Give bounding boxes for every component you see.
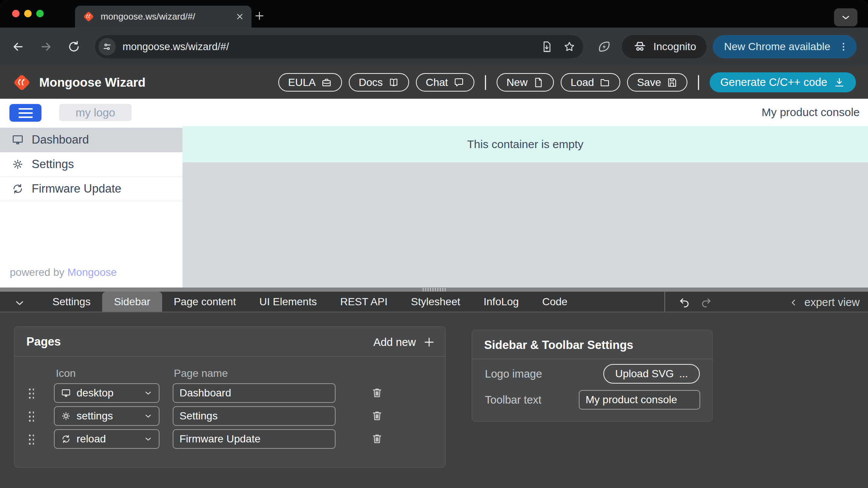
panel-splitter[interactable]: [0, 288, 868, 292]
drag-handle[interactable]: [28, 433, 34, 445]
zoom-window-button[interactable]: [36, 10, 44, 17]
download-icon: [833, 76, 845, 89]
sidebar-item-label: Firmware Update: [32, 182, 121, 196]
browser-tab[interactable]: mongoose.ws/wizard/#/: [75, 6, 252, 28]
forward-button[interactable]: [39, 40, 53, 54]
page-name-input[interactable]: [173, 429, 336, 449]
book-icon: [388, 77, 399, 88]
sidebar-item-firmware-update[interactable]: Firmware Update: [0, 177, 182, 201]
docs-label: Docs: [359, 76, 383, 89]
install-page-icon[interactable]: [540, 40, 553, 53]
chat-button[interactable]: Chat: [416, 73, 474, 92]
header-divider: [698, 75, 699, 90]
site-settings-icon[interactable]: [98, 38, 116, 55]
eula-button[interactable]: EULA: [278, 73, 342, 92]
chrome-update-label: New Chrome available: [724, 41, 830, 53]
sidebar-item-dashboard[interactable]: Dashboard: [0, 128, 182, 152]
chrome-update-button[interactable]: New Chrome available: [713, 35, 857, 58]
redo-button[interactable]: [700, 296, 713, 309]
expert-view-toggle[interactable]: expert view: [789, 296, 860, 309]
tab-stylesheet[interactable]: Stylesheet: [399, 292, 472, 312]
upload-svg-label: Upload SVG: [615, 368, 674, 380]
address-bar[interactable]: mongoose.ws/wizard/#/: [95, 35, 583, 58]
toolbar-text-input[interactable]: [579, 390, 700, 410]
new-label: New: [506, 76, 528, 89]
icon-select-value: desktop: [77, 387, 113, 399]
preview-body: Dashboard Settings Firmware Update power…: [0, 126, 868, 288]
tabbar-divider: [664, 292, 665, 312]
delete-page-button[interactable]: [371, 433, 383, 446]
save-button[interactable]: Save: [627, 73, 687, 92]
upload-svg-button[interactable]: Upload SVG ...: [603, 364, 700, 384]
collapse-panel-icon[interactable]: [14, 297, 26, 309]
card-divider: [14, 356, 445, 356]
page-row-settings: settings: [14, 406, 445, 426]
reload-icon: [11, 182, 24, 195]
load-button[interactable]: Load: [561, 73, 620, 92]
docs-button[interactable]: Docs: [349, 73, 409, 92]
close-window-button[interactable]: [12, 10, 20, 17]
save-label: Save: [637, 76, 661, 89]
powered-by-text: powered by: [10, 266, 64, 278]
new-button[interactable]: New: [497, 73, 554, 92]
icon-select-settings[interactable]: settings: [54, 406, 159, 426]
sidebar-item-settings[interactable]: Settings: [0, 152, 182, 177]
incognito-badge: Incognito: [622, 35, 707, 58]
empty-container[interactable]: This container is empty: [182, 126, 868, 162]
bookmark-star-icon[interactable]: [563, 40, 576, 53]
incognito-icon: [632, 39, 647, 54]
generate-code-button[interactable]: Generate C/C++ code: [710, 72, 856, 92]
drag-handle[interactable]: [28, 387, 34, 399]
new-tab-button[interactable]: [253, 10, 265, 22]
add-new-button[interactable]: Add new: [373, 336, 436, 349]
header-divider: [485, 75, 486, 90]
incognito-label: Incognito: [653, 41, 696, 53]
reload-button[interactable]: [67, 40, 81, 54]
chevron-down-icon: [144, 412, 153, 421]
preview-toolbar-text: My product console: [762, 106, 860, 119]
trash-icon: [371, 410, 383, 422]
tab-sidebar[interactable]: Sidebar: [102, 292, 162, 312]
browser-toolbar: mongoose.ws/wizard/#/ Incognito New Chro…: [0, 28, 868, 66]
splitter-grip-icon[interactable]: [422, 288, 447, 291]
back-button[interactable]: [11, 40, 25, 54]
delete-page-button[interactable]: [371, 387, 383, 400]
icon-select-reload[interactable]: reload: [54, 429, 159, 449]
mongoose-link[interactable]: Mongoose: [67, 266, 117, 278]
expert-view-label: expert view: [804, 296, 860, 309]
logo-image-label: Logo image: [485, 368, 542, 380]
undo-button[interactable]: [678, 296, 691, 309]
add-new-label: Add new: [373, 336, 416, 349]
tab-page-content[interactable]: Page content: [162, 292, 248, 312]
file-icon: [533, 77, 544, 88]
tab-rest-api[interactable]: REST API: [328, 292, 399, 312]
tab-infolog[interactable]: InfoLog: [472, 292, 531, 312]
browser-menu-icon[interactable]: [838, 41, 849, 52]
tab-code[interactable]: Code: [531, 292, 579, 312]
load-label: Load: [570, 76, 594, 89]
eula-label: EULA: [288, 76, 316, 89]
delete-page-button[interactable]: [371, 410, 383, 423]
tab-settings[interactable]: Settings: [41, 292, 102, 312]
close-tab-icon[interactable]: [235, 12, 245, 21]
logo-placeholder[interactable]: my logo: [59, 104, 132, 121]
sidebar-toolbar-settings-card: Sidebar & Toolbar Settings Logo image Up…: [472, 330, 713, 422]
page-name-input[interactable]: [173, 383, 336, 403]
powered-by: powered byMongoose: [10, 266, 117, 278]
card-divider: [472, 359, 712, 359]
pages-card-title: Pages: [26, 335, 61, 349]
icon-select-dashboard[interactable]: desktop: [54, 383, 159, 403]
desktop-icon: [61, 388, 71, 398]
performance-leaf-icon[interactable]: [597, 40, 611, 54]
drag-handle[interactable]: [28, 410, 34, 422]
mongoose-favicon: [83, 11, 95, 23]
url-text[interactable]: mongoose.ws/wizard/#/: [123, 41, 540, 53]
hamburger-menu-button[interactable]: [9, 104, 41, 122]
preview-sidebar: Dashboard Settings Firmware Update power…: [0, 126, 182, 288]
page-name-input[interactable]: [173, 406, 336, 426]
tab-ui-elements[interactable]: UI Elements: [248, 292, 329, 312]
minimize-window-button[interactable]: [24, 10, 32, 17]
chat-label: Chat: [426, 76, 448, 89]
browser-window: mongoose.ws/wizard/#/ mongoose.ws/wizard: [0, 0, 868, 488]
tab-search-button[interactable]: [834, 8, 857, 26]
